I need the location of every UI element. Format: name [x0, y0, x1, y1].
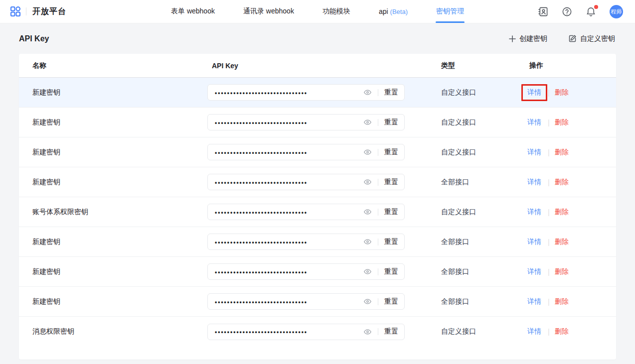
nav-tab[interactable]: api(Beta): [379, 0, 408, 23]
avatar[interactable]: 程师: [610, 5, 623, 18]
key-name: 新建密钥: [32, 118, 207, 127]
custom-key-label: 自定义密钥: [580, 34, 615, 43]
delete-link[interactable]: 删除: [555, 208, 569, 217]
row-actions: 详情 | 删除: [521, 84, 603, 101]
field-divider: [378, 179, 378, 186]
key-name: 新建密钥: [32, 238, 207, 246]
action-divider: |: [548, 268, 550, 276]
api-key-field: •••••••••••••••••••••••••••••• 重置: [207, 84, 405, 101]
key-cell: •••••••••••••••••••••••••••••• 重置: [207, 293, 441, 310]
table-body: 新建密钥 •••••••••••••••••••••••••••••• 重置 自…: [19, 78, 616, 347]
detail-link[interactable]: 详情: [527, 267, 541, 276]
field-divider: [378, 298, 378, 305]
column-header-api-key: API Key: [207, 62, 441, 70]
detail-link[interactable]: 详情: [527, 178, 541, 187]
key-name: 新建密钥: [32, 267, 207, 276]
delete-link[interactable]: 删除: [555, 238, 569, 246]
nav-tab-label: api: [379, 7, 388, 15]
nav-tab-label: 密钥管理: [436, 7, 464, 16]
plus-icon: [509, 35, 516, 42]
help-icon[interactable]: [562, 6, 572, 17]
api-key-field: •••••••••••••••••••••••••••••• 重置: [207, 114, 405, 130]
detail-annotation-box: 详情: [521, 114, 547, 131]
reset-button[interactable]: 重置: [384, 148, 398, 157]
app-grid-logo-icon[interactable]: [10, 6, 21, 17]
reset-button[interactable]: 重置: [384, 208, 398, 217]
detail-link[interactable]: 详情: [527, 297, 541, 306]
nav-tab[interactable]: 功能模块: [322, 0, 350, 23]
detail-link[interactable]: 详情: [527, 148, 541, 157]
detail-annotation-box: 详情: [521, 234, 547, 250]
delete-link[interactable]: 删除: [555, 118, 569, 127]
row-actions: 详情 | 删除: [521, 263, 603, 280]
table-row: 新建密钥 •••••••••••••••••••••••••••••• 重置 全…: [19, 227, 616, 257]
reset-button[interactable]: 重置: [384, 178, 398, 187]
delete-link[interactable]: 删除: [555, 297, 569, 306]
key-type: 全部接口: [441, 297, 521, 306]
action-divider: |: [548, 208, 550, 216]
row-actions: 详情 | 删除: [521, 174, 603, 191]
field-divider: [378, 239, 378, 245]
eye-icon[interactable]: [363, 118, 372, 126]
eye-icon[interactable]: [363, 88, 372, 97]
field-divider: [378, 149, 378, 156]
brand: 开放平台: [0, 0, 66, 23]
nav-tab-label: 功能模块: [322, 7, 350, 16]
eye-icon[interactable]: [363, 267, 372, 276]
detail-link[interactable]: 详情: [527, 88, 541, 97]
table-row: 新建密钥 •••••••••••••••••••••••••••••• 重置 自…: [19, 137, 616, 167]
nav-tab[interactable]: 表单 webhook: [171, 0, 215, 23]
row-actions: 详情 | 删除: [521, 114, 603, 131]
masked-api-key: ••••••••••••••••••••••••••••••: [215, 179, 363, 186]
eye-icon[interactable]: [363, 328, 372, 336]
eye-icon[interactable]: [363, 208, 372, 216]
masked-api-key: ••••••••••••••••••••••••••••••: [215, 149, 363, 156]
column-header-actions: 操作: [521, 61, 603, 70]
notifications-button[interactable]: [586, 6, 596, 17]
detail-link[interactable]: 详情: [527, 208, 541, 217]
reset-button[interactable]: 重置: [384, 297, 398, 306]
key-name: 新建密钥: [32, 297, 207, 306]
beta-badge: (Beta): [390, 8, 408, 15]
reset-button[interactable]: 重置: [384, 267, 398, 276]
delete-link[interactable]: 删除: [555, 88, 569, 97]
masked-api-key: ••••••••••••••••••••••••••••••: [215, 239, 363, 245]
reset-button[interactable]: 重置: [384, 118, 398, 127]
nav-tab-label: 通讯录 webhook: [243, 7, 294, 16]
delete-link[interactable]: 删除: [555, 267, 569, 276]
reset-button[interactable]: 重置: [384, 88, 398, 97]
contacts-book-icon[interactable]: [538, 6, 548, 17]
key-type: 全部接口: [441, 267, 521, 276]
api-key-field: •••••••••••••••••••••••••••••• 重置: [207, 174, 405, 190]
create-key-button[interactable]: 创建密钥: [509, 34, 547, 43]
detail-annotation-box: 详情: [521, 293, 547, 310]
delete-link[interactable]: 删除: [555, 148, 569, 157]
edit-box-icon: [568, 34, 577, 43]
table-row: 新建密钥 •••••••••••••••••••••••••••••• 重置 自…: [19, 108, 616, 137]
nav-tab[interactable]: 通讯录 webhook: [243, 0, 294, 23]
detail-link[interactable]: 详情: [527, 118, 541, 127]
key-cell: •••••••••••••••••••••••••••••• 重置: [207, 234, 441, 250]
detail-link[interactable]: 详情: [527, 238, 541, 246]
delete-link[interactable]: 删除: [555, 178, 569, 187]
key-type: 全部接口: [441, 178, 521, 187]
custom-key-button[interactable]: 自定义密钥: [568, 34, 615, 43]
reset-button[interactable]: 重置: [384, 238, 398, 246]
eye-icon[interactable]: [363, 297, 372, 306]
reset-button[interactable]: 重置: [384, 327, 398, 336]
row-actions: 详情 | 删除: [521, 293, 603, 310]
api-key-field: •••••••••••••••••••••••••••••• 重置: [207, 144, 405, 160]
nav-tab-label: 表单 webhook: [171, 7, 215, 16]
table-row: 账号体系权限密钥 •••••••••••••••••••••••••••••• …: [19, 197, 616, 227]
eye-icon[interactable]: [363, 238, 372, 246]
api-key-table-card: 名称 API Key 类型 操作 新建密钥 ••••••••••••••••••…: [19, 54, 616, 360]
key-name: 消息权限密钥: [32, 327, 207, 336]
eye-icon[interactable]: [363, 178, 372, 186]
detail-link[interactable]: 详情: [527, 327, 541, 336]
delete-link[interactable]: 删除: [555, 327, 569, 336]
masked-api-key: ••••••••••••••••••••••••••••••: [215, 89, 363, 96]
eye-icon[interactable]: [363, 148, 372, 156]
row-actions: 详情 | 删除: [521, 144, 603, 161]
key-type: 自定义接口: [441, 148, 521, 157]
nav-tab[interactable]: 密钥管理: [436, 0, 464, 23]
